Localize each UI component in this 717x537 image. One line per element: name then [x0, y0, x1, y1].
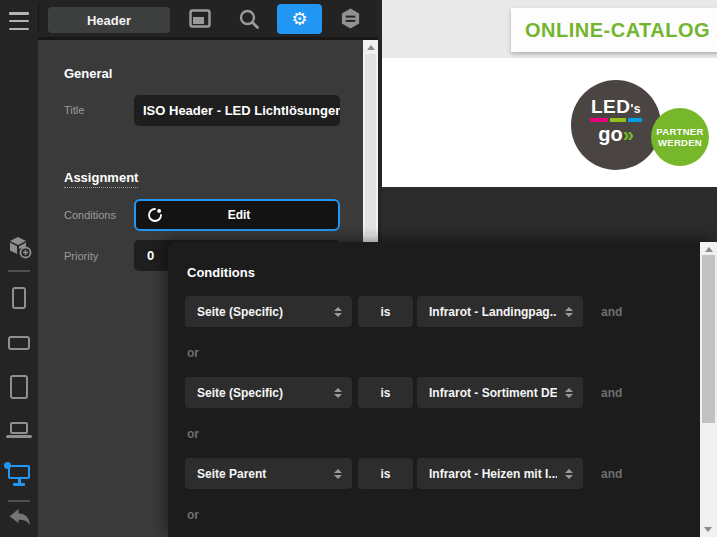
or-connector-label[interactable]: or — [187, 427, 199, 441]
condition-field-dropdown[interactable]: Seite Parent — [185, 458, 352, 489]
header-title-button[interactable]: Header — [48, 7, 170, 33]
topbar: Header ⚙ — [38, 0, 378, 40]
section-general-heading: General — [64, 66, 112, 81]
badge-line1: PARTNER — [656, 126, 703, 137]
partner-werden-badge[interactable]: PARTNER WERDEN — [651, 108, 709, 166]
conditions-edit-button[interactable]: Edit — [134, 199, 340, 231]
title-input[interactable]: ISO Header - LED Lichtlösungen C — [134, 95, 340, 126]
and-connector-label[interactable]: and — [601, 296, 622, 327]
scrollbar-up-arrow[interactable] — [367, 45, 375, 50]
or-connector-label[interactable]: or — [187, 508, 199, 522]
conditional-logic-icon — [146, 206, 164, 224]
undo-icon[interactable] — [0, 508, 38, 528]
scrollbar-down-arrow[interactable] — [704, 527, 712, 532]
chevron-updown-icon — [334, 469, 342, 479]
priority-field-label: Priority — [64, 250, 98, 262]
and-connector-label[interactable]: and — [601, 377, 622, 408]
edit-button-label: Edit — [164, 208, 314, 222]
logo-top-text: LED's — [591, 97, 641, 116]
condition-operator-button[interactable]: is — [358, 377, 413, 408]
popup-title: Conditions — [187, 265, 255, 280]
condition-field-dropdown[interactable]: Seite (Specific) — [185, 377, 352, 408]
title-field-label: Title — [64, 104, 84, 116]
desktop-icon[interactable] — [0, 465, 38, 487]
chevron-updown-icon — [334, 307, 342, 317]
chevron-updown-icon — [565, 388, 573, 398]
gear-glyph: ⚙ — [291, 10, 307, 28]
leds-go-logo: LED's go» — [571, 80, 661, 170]
condition-row: Seite (Specific) is Infrarot - Landingpa… — [168, 296, 717, 327]
condition-operator-button[interactable]: is — [358, 296, 413, 327]
chevron-updown-icon — [565, 469, 573, 479]
condition-operator-button[interactable]: is — [358, 458, 413, 489]
condition-value-dropdown[interactable]: Infrarot - Sortiment DE — [417, 377, 583, 408]
scrollbar-up-arrow[interactable] — [705, 247, 713, 252]
scrollbar-thumb[interactable] — [702, 255, 715, 423]
scrollbar-thumb[interactable] — [365, 54, 376, 234]
rail-divider — [8, 270, 30, 272]
window-icon[interactable] — [188, 0, 212, 37]
left-toolbar — [0, 0, 38, 537]
online-catalog-banner[interactable]: ONLINE-CATALOG 202 — [511, 8, 717, 52]
badge-line2: WERDEN — [658, 137, 702, 148]
condition-row: Seite (Specific) is Infrarot - Sortiment… — [168, 377, 717, 408]
tablet-icon[interactable] — [0, 375, 38, 399]
condition-field-dropdown[interactable]: Seite (Specific) — [185, 296, 352, 327]
rail-divider — [8, 500, 30, 502]
logo-bottom-text: go» — [598, 123, 634, 145]
or-connector-label[interactable]: or — [187, 346, 199, 360]
logo-color-bars — [590, 118, 642, 122]
laptop-icon[interactable] — [0, 422, 38, 438]
hexagon-settings-icon[interactable] — [338, 0, 362, 37]
online-catalog-text: ONLINE-CATALOG 202 — [525, 19, 717, 42]
chevron-updown-icon — [565, 307, 573, 317]
search-icon[interactable] — [237, 0, 261, 37]
builder-app: Header ⚙ General Title — [0, 0, 717, 537]
condition-value-dropdown[interactable]: Infrarot - Heizen mit I... — [417, 458, 583, 489]
condition-value-dropdown[interactable]: Infrarot - Landingpag... — [417, 296, 583, 327]
menu-icon[interactable] — [9, 12, 29, 30]
condition-row: Seite Parent is Infrarot - Heizen mit I.… — [168, 458, 717, 489]
add-element-icon[interactable] — [0, 234, 38, 260]
logo-chevrons: » — [623, 123, 634, 145]
phone-landscape-icon[interactable] — [0, 336, 38, 350]
gear-icon[interactable]: ⚙ — [277, 4, 322, 34]
chevron-updown-icon — [334, 388, 342, 398]
popup-scrollbar[interactable] — [700, 242, 717, 537]
section-assignment-heading: Assignment — [64, 170, 138, 188]
phone-portrait-icon[interactable] — [0, 287, 38, 309]
conditions-popup: Conditions Seite (Specific) is Infrarot … — [168, 242, 717, 537]
and-connector-label[interactable]: and — [601, 458, 622, 489]
conditions-field-label: Conditions — [64, 209, 116, 221]
preview-nav-bar — [382, 187, 717, 242]
